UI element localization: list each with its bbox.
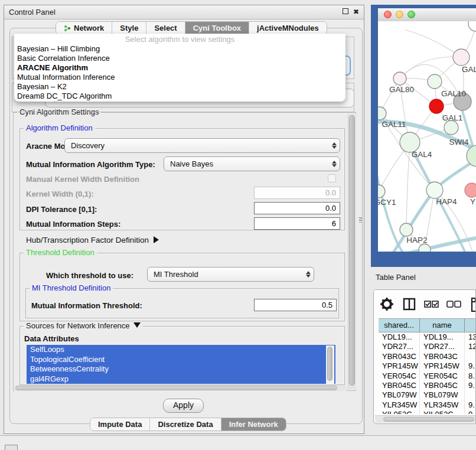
which-threshold-label: Which threshold to use: (46, 271, 133, 280)
tab-infer-network[interactable]: Infer Network (221, 418, 286, 431)
tab-label: Select (154, 24, 177, 32)
close-window-icon[interactable]: ✖ (352, 8, 360, 16)
table-horizontal-scrollbar[interactable] (375, 415, 475, 423)
tab-discretize-data[interactable]: Discretize Data (150, 418, 221, 431)
which-threshold-combo[interactable]: MI Threshold (147, 267, 314, 282)
minimized-window-fragment[interactable] (5, 445, 18, 450)
attribute-topologicalcoefficient[interactable]: TopologicalCoefficient (27, 355, 335, 365)
algorithm-option-dream8-dc-tdc-algorithm[interactable]: Dream8 DC_TDC Algorithm (14, 92, 345, 101)
mi-threshold-definition-title: MI Threshold Definition (30, 283, 113, 292)
table-cell: YLR345W (420, 400, 465, 410)
mi-algorithm-type-combo[interactable]: Naive Bayes (164, 156, 340, 171)
table-row[interactable]: YPR145WYPR145W9. (379, 361, 476, 371)
table-cell: YBR045C (379, 381, 420, 390)
network-node[interactable] (400, 132, 420, 152)
algorithm-option-mutual-information-inference[interactable]: Mutual Information Inference (14, 73, 345, 82)
table-row[interactable]: YBL079WYBL079W (379, 390, 476, 400)
close-traffic-light-icon[interactable] (384, 11, 392, 18)
float-window-icon[interactable] (341, 8, 350, 16)
network-node[interactable] (453, 49, 470, 66)
deselect-all-icon[interactable] (447, 301, 461, 307)
algorithm-option-aracne-algorithm[interactable]: ARACNE Algorithm (14, 63, 345, 73)
splitter-grip[interactable] (359, 217, 362, 223)
network-strong-edge (387, 158, 476, 252)
dpi-tolerance-field[interactable] (254, 202, 340, 214)
table-toolbar-icons (374, 290, 476, 316)
aracne-mode-combo[interactable]: Discovery (64, 138, 340, 153)
column-header-name[interactable]: name (420, 318, 465, 332)
apply-button[interactable]: Apply (163, 399, 204, 413)
algorithm-definition-title: Algorithm Definition (24, 123, 95, 132)
partial-doc-icon[interactable] (472, 298, 476, 311)
network-node[interactable] (426, 182, 443, 198)
table-cell: 9. (465, 400, 476, 410)
tab-label: Impute Data (98, 420, 142, 429)
kernel-width-field[interactable] (254, 187, 340, 199)
tab-jactivemnodules[interactable]: jActiveMNodules (249, 22, 327, 34)
algorithm-select-popup: Select algorithm to view settings Bayesi… (14, 34, 345, 102)
column-header-col3[interactable] (465, 318, 476, 332)
network-node[interactable] (400, 223, 413, 236)
sources-frame-title[interactable]: Sources for Network Inference (24, 321, 143, 330)
network-node[interactable] (468, 21, 476, 31)
node-label-gal4: GAL4 (412, 150, 432, 159)
network-node[interactable] (465, 183, 476, 197)
control-panel-tabbar: NetworkStyleSelectCyni ToolboxjActiveMNo… (56, 21, 327, 35)
mi-steps-label: Mutual Information Steps: (26, 220, 120, 229)
network-node[interactable] (378, 185, 385, 198)
table-row[interactable]: YDR27...YDR27...12 (379, 342, 476, 351)
aracne-mode-value: Discovery (65, 141, 329, 150)
network-node[interactable] (428, 74, 442, 89)
attributes-scrollbar[interactable] (326, 345, 334, 384)
table-cell: YBR043C (379, 352, 420, 361)
tab-label: Network (74, 24, 104, 32)
attribute-selfloops[interactable]: SelfLoops (27, 345, 335, 355)
settings-vertical-scrollbar[interactable] (348, 113, 356, 390)
split-panel-icon[interactable] (404, 299, 415, 309)
algorithm-option-bayesian-k2[interactable]: Bayesian – K2 (14, 82, 345, 92)
select-all-checked-icon[interactable] (425, 301, 438, 307)
mi-threshold-field[interactable] (254, 299, 337, 311)
minimize-traffic-light-icon[interactable] (396, 11, 403, 18)
network-node[interactable] (429, 99, 444, 113)
tab-select[interactable]: Select (146, 22, 185, 34)
table-cell: YIL052C (379, 410, 420, 414)
settings-vertical-scrollbar-thumb[interactable] (349, 115, 355, 386)
network-node[interactable] (378, 107, 386, 120)
table-row[interactable]: YLR345WYLR345W9. (379, 400, 476, 410)
settings-horizontal-scrollbar-thumb[interactable] (15, 386, 337, 390)
attribute-gal4rgexp[interactable]: gal4RGexp (27, 374, 335, 384)
chevron-down-icon (133, 322, 141, 328)
tab-impute-data[interactable]: Impute Data (90, 418, 150, 431)
node-label-gal11: GAL11 (382, 120, 406, 129)
gear-icon[interactable] (380, 298, 393, 311)
table-cell: 9. (465, 381, 476, 390)
table-horizontal-scrollbar-thumb[interactable] (383, 417, 474, 422)
data-attributes-list[interactable]: SelfLoopsTopologicalCoefficientBetweenne… (27, 345, 335, 384)
algorithm-option-bayesian-hill-climbing[interactable]: Bayesian – Hill Climbing (14, 44, 345, 54)
sources-title-text: Sources for Network Inference (26, 321, 130, 330)
popup-placeholder: Select algorithm to view settings (14, 34, 345, 44)
tab-style[interactable]: Style (112, 22, 146, 34)
network-canvas[interactable]: GAL7GAL80GAL10GAL1GAL11SWI4GAL4GCY1HAP4Y… (378, 21, 476, 252)
manual-kernel-width-checkbox[interactable] (328, 174, 336, 182)
network-node[interactable] (444, 120, 458, 135)
table-row[interactable]: YER054CYER054C8. (379, 371, 476, 381)
zoom-traffic-light-icon[interactable] (407, 11, 415, 18)
table-row[interactable]: YDL19...YDL19...13 (379, 332, 476, 342)
column-header-shared[interactable]: shared... (379, 318, 420, 332)
tab-cyni-toolbox[interactable]: Cyni Toolbox (185, 22, 249, 34)
node-label-gal80: GAL80 (389, 85, 414, 94)
network-node[interactable] (393, 72, 406, 85)
settings-horizontal-scrollbar[interactable] (14, 385, 347, 391)
attributes-scrollbar-thumb[interactable] (327, 347, 332, 381)
tab-label: Style (120, 24, 138, 32)
attribute-betweennesscentrality[interactable]: BetweennessCentrality (27, 364, 335, 374)
algorithm-option-basic-correlation-inference[interactable]: Basic Correlation Inference (14, 54, 345, 63)
mi-steps-field[interactable] (254, 217, 340, 230)
hub-definition-toggle[interactable]: Hub/Transcription Factor Definition (26, 236, 159, 244)
table-row[interactable]: YBR043CYBR043C (379, 352, 476, 361)
table-row[interactable]: YBR045CYBR045C9. (379, 381, 476, 390)
tab-network[interactable]: Network (56, 22, 112, 34)
table-row[interactable]: YIL052CYIL052C0 (379, 410, 476, 414)
